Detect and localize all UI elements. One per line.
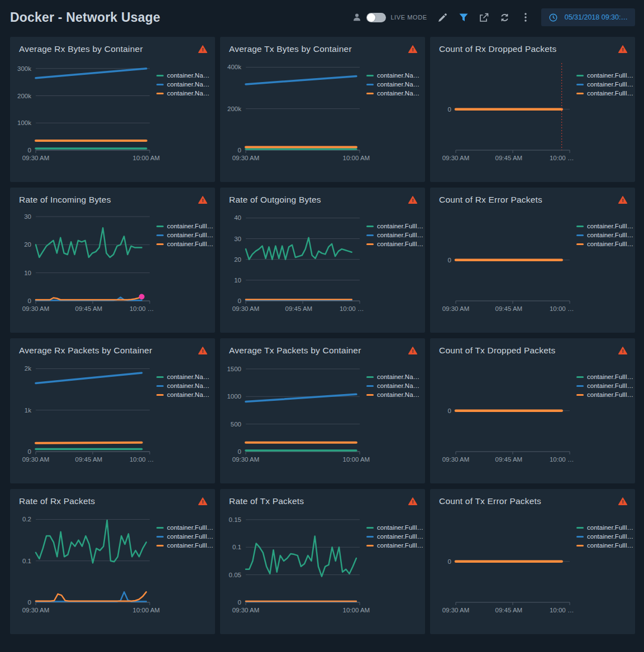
warning-icon[interactable]: ! [198, 196, 207, 206]
legend-item[interactable]: container.FullI… [156, 223, 212, 229]
chart-canvas[interactable]: 2k1k009:30 AM09:45 AM10:00 … [16, 358, 155, 469]
legend-item[interactable]: container.FullI… [576, 382, 632, 389]
legend-color-marker [156, 243, 164, 245]
filter-icon[interactable] [459, 12, 469, 22]
legend-item[interactable]: container.FullI… [576, 391, 632, 398]
legend-item[interactable]: container.FullI… [576, 72, 632, 79]
kebab-menu-icon[interactable] [521, 12, 531, 22]
warning-icon[interactable]: ! [408, 497, 417, 507]
legend-item[interactable]: container.FullI… [366, 232, 422, 238]
legend-item[interactable]: container.FullI… [366, 223, 422, 229]
legend-item[interactable]: container.FullI… [576, 373, 632, 380]
panel-body: 0.150.10.05009:30 AM10:00 AMcontainer.Fu… [220, 507, 425, 620]
legend-color-marker [156, 394, 164, 396]
legend-item[interactable]: container.FullI… [156, 241, 212, 247]
legend-item[interactable]: container.Na… [156, 90, 209, 97]
svg-text:10:00 …: 10:00 … [550, 607, 574, 613]
legend-color-marker [366, 243, 374, 245]
svg-text:10: 10 [24, 270, 31, 276]
warning-icon[interactable]: ! [408, 347, 417, 357]
legend-item[interactable]: container.Na… [156, 391, 209, 398]
warning-icon[interactable]: ! [198, 45, 207, 55]
legend-color-marker [576, 536, 584, 538]
legend-item[interactable]: container.Na… [156, 81, 209, 88]
chart-canvas[interactable]: 300k200k100k009:30 AM10:00 AM [16, 56, 155, 168]
chart-canvas[interactable]: 009:30 AM09:45 AM10:00 … [436, 56, 575, 168]
svg-text:40: 40 [234, 214, 241, 221]
legend-item[interactable]: container.FullI… [576, 90, 632, 97]
edit-pencil-icon[interactable] [438, 12, 448, 22]
legend-item[interactable]: container.FullI… [366, 241, 422, 247]
panel-header: Count of Tx Error Packets! [430, 489, 635, 507]
chart-canvas[interactable]: 40302010009:30 AM09:45 AM10:00 … [226, 207, 365, 319]
svg-text:10:00 AM: 10:00 AM [343, 155, 370, 161]
panel-average-tx-bytes-by-container: Average Tx Bytes by Container!400k200k00… [220, 37, 425, 182]
live-mode-toggle[interactable] [366, 13, 386, 22]
panel-body: 009:30 AM09:45 AM10:00 …container.FullI…… [430, 206, 635, 319]
legend-item[interactable]: container.Na… [366, 382, 419, 389]
legend-item[interactable]: container.Na… [366, 81, 419, 88]
svg-text:0.1: 0.1 [22, 558, 31, 564]
legend-item[interactable]: container.FullI… [576, 542, 632, 549]
chart-canvas[interactable]: 400k200k009:30 AM10:00 AM [226, 56, 365, 168]
legend-item[interactable]: container.FullI… [366, 542, 422, 549]
legend-item[interactable]: container.FullI… [156, 232, 212, 238]
legend-color-marker [576, 527, 584, 529]
time-range-selector[interactable]: 05/31/2018 09:30:… [541, 8, 635, 26]
legend-item[interactable]: container.FullI… [576, 524, 632, 531]
warning-icon[interactable]: ! [618, 45, 627, 55]
legend-item[interactable]: container.Na… [366, 90, 419, 97]
warning-icon[interactable]: ! [198, 347, 207, 357]
chart-canvas[interactable]: 15001000500009:30 AM10:00 AM [226, 358, 365, 469]
clock-icon [548, 12, 559, 22]
legend-item[interactable]: container.FullI… [576, 223, 632, 229]
chart-canvas[interactable]: 009:30 AM09:45 AM10:00 … [436, 358, 575, 469]
share-icon[interactable] [479, 12, 489, 22]
legend-item[interactable]: container.FullI… [576, 533, 632, 540]
chart-canvas[interactable]: 302010009:30 AM09:45 AM10:00 … [16, 207, 155, 319]
warning-icon[interactable]: ! [408, 196, 417, 206]
legend-item[interactable]: container.Na… [366, 391, 419, 398]
chart-canvas[interactable]: 009:30 AM09:45 AM10:00 … [436, 509, 575, 620]
svg-text:0.2: 0.2 [22, 516, 31, 522]
warning-icon[interactable]: ! [618, 196, 627, 206]
svg-text:0: 0 [448, 106, 451, 113]
svg-text:!: ! [412, 198, 414, 203]
legend-item[interactable]: container.FullI… [156, 524, 212, 531]
legend-item[interactable]: container.FullI… [576, 81, 632, 88]
chart-canvas[interactable]: 0.150.10.05009:30 AM10:00 AM [226, 509, 365, 620]
legend-color-marker [366, 536, 374, 538]
chart-canvas[interactable]: 0.20.1009:30 AM10:00 AM [16, 509, 155, 620]
legend-color-marker [156, 527, 164, 529]
legend-item[interactable]: container.FullI… [576, 241, 632, 247]
page-title: Docker - Network Usage [10, 10, 160, 25]
panel-header: Average Tx Packets by Container! [220, 338, 425, 357]
legend-item[interactable]: container.Na… [156, 373, 209, 380]
legend-item[interactable]: container.Na… [366, 72, 419, 79]
chart-canvas[interactable]: 009:30 AM09:45 AM10:00 … [436, 207, 575, 319]
legend-item[interactable]: container.FullI… [366, 533, 422, 540]
warning-icon[interactable]: ! [618, 347, 627, 357]
legend-item[interactable]: container.FullI… [366, 524, 422, 531]
svg-text:10:00 AM: 10:00 AM [133, 155, 160, 161]
legend-color-marker [156, 75, 164, 76]
legend-label: container.FullI… [587, 524, 633, 531]
refresh-icon[interactable] [500, 12, 510, 22]
warning-icon[interactable]: ! [618, 497, 627, 507]
panel-body: 009:30 AM09:45 AM10:00 …container.FullI…… [430, 357, 635, 469]
panel-body: 009:30 AM09:45 AM10:00 …container.FullI…… [430, 55, 635, 168]
legend-item[interactable]: container.Na… [156, 382, 209, 389]
legend-item[interactable]: container.Na… [366, 373, 419, 380]
legend-item[interactable]: container.FullI… [156, 533, 212, 540]
legend-color-marker [576, 243, 584, 245]
panel-header: Rate of Rx Packets! [10, 489, 215, 507]
legend-label: container.Na… [377, 72, 419, 79]
panel-body: 40302010009:30 AM09:45 AM10:00 …containe… [220, 206, 425, 319]
legend-item[interactable]: container.FullI… [576, 232, 632, 238]
warning-icon[interactable]: ! [198, 497, 207, 507]
legend-label: container.Na… [167, 72, 209, 79]
warning-icon[interactable]: ! [408, 45, 417, 55]
legend-label: container.FullI… [587, 241, 633, 247]
legend-item[interactable]: container.Na… [156, 72, 209, 79]
legend-item[interactable]: container.FullI… [156, 542, 212, 549]
